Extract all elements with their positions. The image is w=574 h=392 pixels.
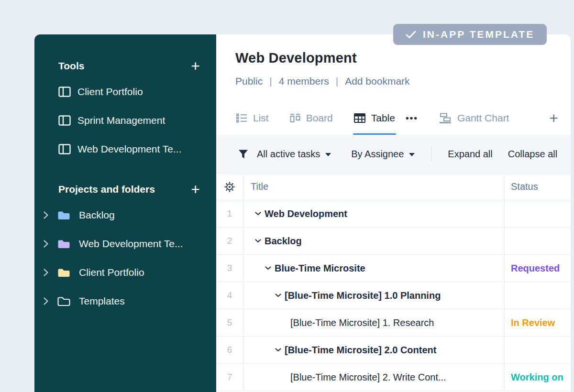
chevron-right-icon[interactable] bbox=[43, 268, 49, 277]
table-header-row: Title Status bbox=[216, 173, 571, 200]
page-title: Web Development bbox=[235, 50, 571, 66]
sidebar-item-sprint-management[interactable]: Sprint Management bbox=[34, 106, 216, 135]
folder-icon bbox=[57, 210, 70, 220]
expand-all-label: Expand all bbox=[448, 149, 492, 160]
table-settings-cell[interactable] bbox=[216, 174, 243, 200]
collapse-all-label: Collapse all bbox=[508, 149, 557, 160]
row-number: 7 bbox=[216, 364, 243, 391]
row-title-cell[interactable]: Blue-Time Microsite bbox=[243, 255, 505, 282]
projects-section-header: Projects and folders + bbox=[34, 180, 216, 199]
add-project-button plus-icon[interactable]: + bbox=[188, 182, 203, 197]
group-by-dropdown-label: By Assignee bbox=[351, 149, 404, 160]
row-expand-icon chevron-down-icon[interactable] bbox=[255, 239, 261, 243]
sidebar: Tools + Client Portfolio Sprint Manageme… bbox=[34, 34, 216, 392]
tab-board[interactable]: Board bbox=[290, 101, 333, 135]
sidebar-folder-label: Client Portfolio bbox=[79, 267, 144, 278]
chevron-right-icon[interactable] bbox=[43, 297, 49, 305]
check-icon bbox=[406, 31, 416, 39]
chevron-right-icon[interactable] bbox=[43, 211, 49, 219]
row-expand-icon chevron-down-icon[interactable] bbox=[255, 212, 261, 216]
row-title: Blue-Time Microsite bbox=[275, 263, 365, 274]
table-row[interactable]: 5 [Blue-Time Microsite] 1. Research In R… bbox=[216, 309, 571, 337]
add-view-button plus-icon[interactable]: + bbox=[549, 110, 558, 126]
table-icon bbox=[354, 113, 365, 123]
table-row[interactable]: 6 [Blue-Time Microsite] 2.0 Content bbox=[216, 337, 571, 364]
tab-label: Board bbox=[306, 112, 333, 124]
meta-separator: | bbox=[336, 76, 338, 87]
add-tool-button plus-icon[interactable]: + bbox=[188, 58, 203, 74]
view-tabs: List Board Table ••• Gantt Chart + bbox=[216, 101, 571, 135]
sidebar-item-label: Client Portfolio bbox=[77, 86, 143, 98]
add-bookmark-link[interactable]: Add bookmark bbox=[345, 76, 409, 87]
members-link[interactable]: 4 members bbox=[279, 76, 329, 87]
row-title-cell[interactable]: Backlog bbox=[243, 228, 505, 254]
table-row[interactable]: 3 Blue-Time Microsite Requested bbox=[216, 255, 571, 282]
filter-funnel-icon[interactable] bbox=[238, 149, 248, 159]
tools-section-title: Tools bbox=[58, 60, 84, 72]
table-row[interactable]: 4 [Blue-Time Microsite] 1.0 Planning bbox=[216, 282, 571, 309]
tab-list[interactable]: List bbox=[236, 101, 269, 135]
row-title: [Blue-Time Microsite] 1. Research bbox=[290, 317, 434, 328]
filter-toolbar: All active tasks By Assignee Expand all … bbox=[216, 135, 571, 173]
row-status[interactable] bbox=[505, 282, 571, 309]
column-header-title[interactable]: Title bbox=[243, 174, 505, 200]
list-icon bbox=[236, 113, 247, 123]
caret-down-icon bbox=[409, 153, 415, 156]
row-title-cell[interactable]: [Blue-Time Microsite] 1. Research bbox=[243, 309, 505, 336]
filter-dropdown-label: All active tasks bbox=[257, 149, 320, 160]
row-number: 1 bbox=[216, 200, 243, 227]
share-status-link[interactable]: Public bbox=[235, 76, 263, 87]
badge-label: IN-APP TEMPLATE bbox=[423, 29, 534, 40]
tools-section-header: Tools + bbox=[34, 56, 216, 76]
row-status[interactable] bbox=[505, 228, 571, 254]
table-row[interactable]: 2 Backlog bbox=[216, 228, 571, 255]
row-status[interactable] bbox=[505, 337, 571, 363]
row-status status-badge[interactable]: Working on bbox=[505, 364, 571, 391]
row-status status-badge[interactable]: Requested bbox=[505, 255, 571, 282]
row-expand-icon chevron-down-icon[interactable] bbox=[275, 294, 281, 297]
row-title-cell[interactable]: Web Development bbox=[243, 200, 505, 227]
sidebar-item-label: Sprint Management bbox=[77, 115, 165, 126]
table-row[interactable]: 7 [Blue-Time Microsite] 2. Write Cont...… bbox=[216, 364, 571, 391]
main-panel: Web Development Public | 4 members | Add… bbox=[216, 34, 571, 392]
folder-icon bbox=[57, 268, 70, 278]
filter-dropdown[interactable]: All active tasks bbox=[257, 149, 331, 160]
tab-gantt-chart[interactable]: Gantt Chart bbox=[439, 101, 509, 135]
row-expand-icon chevron-down-icon[interactable] bbox=[265, 266, 271, 270]
sidebar-item-client-portfolio[interactable]: Client Portfolio bbox=[34, 77, 216, 106]
sidebar-folder-label: Templates bbox=[79, 295, 125, 307]
row-status status-badge[interactable]: In Review bbox=[505, 309, 571, 336]
group-by-dropdown[interactable]: By Assignee bbox=[351, 149, 415, 160]
tab-label: List bbox=[253, 112, 269, 124]
sidebar-item-label: Web Development Te... bbox=[77, 143, 182, 155]
collapse-all-button[interactable]: Collapse all bbox=[508, 149, 557, 160]
table-view-options-icon ellipsis-icon[interactable]: ••• bbox=[406, 113, 418, 123]
sidebar-folder-label: Web Development Te... bbox=[79, 238, 183, 250]
meta-separator: | bbox=[269, 76, 272, 87]
tab-table[interactable]: Table bbox=[354, 101, 395, 135]
column-header-status[interactable]: Status bbox=[505, 174, 571, 200]
row-title: [Blue-Time Microsite] 2.0 Content bbox=[285, 345, 436, 356]
folder-icon bbox=[57, 239, 70, 249]
row-title: [Blue-Time Microsite] 2. Write Cont... bbox=[290, 372, 446, 383]
folder-outline-icon bbox=[57, 296, 70, 306]
sidebar-folder-backlog[interactable]: Backlog bbox=[34, 201, 216, 229]
row-title-cell[interactable]: [Blue-Time Microsite] 2.0 Content bbox=[243, 337, 505, 363]
row-title-cell[interactable]: [Blue-Time Microsite] 1.0 Planning bbox=[243, 282, 505, 309]
sidebar-folder-web-development-template[interactable]: Web Development Te... bbox=[34, 229, 216, 258]
gantt-chart-icon bbox=[439, 113, 452, 123]
row-expand-icon chevron-down-icon[interactable] bbox=[275, 348, 281, 352]
toolbar-divider bbox=[431, 146, 431, 162]
row-number: 2 bbox=[216, 228, 243, 254]
sidebar-folder-client-portfolio[interactable]: Client Portfolio bbox=[34, 258, 216, 287]
row-status[interactable] bbox=[505, 200, 571, 227]
gear-icon[interactable] bbox=[224, 181, 235, 193]
sidebar-item-web-development-template[interactable]: Web Development Te... bbox=[34, 135, 216, 163]
caret-down-icon bbox=[325, 153, 331, 156]
chevron-right-icon[interactable] bbox=[43, 240, 49, 248]
table-row[interactable]: 1 Web Development bbox=[216, 200, 571, 228]
task-table: Title Status 1 Web Development 2 Backlog bbox=[216, 173, 571, 392]
sidebar-folder-templates[interactable]: Templates bbox=[34, 287, 216, 316]
row-title-cell[interactable]: [Blue-Time Microsite] 2. Write Cont... bbox=[243, 364, 505, 391]
expand-all-button[interactable]: Expand all bbox=[448, 149, 492, 160]
